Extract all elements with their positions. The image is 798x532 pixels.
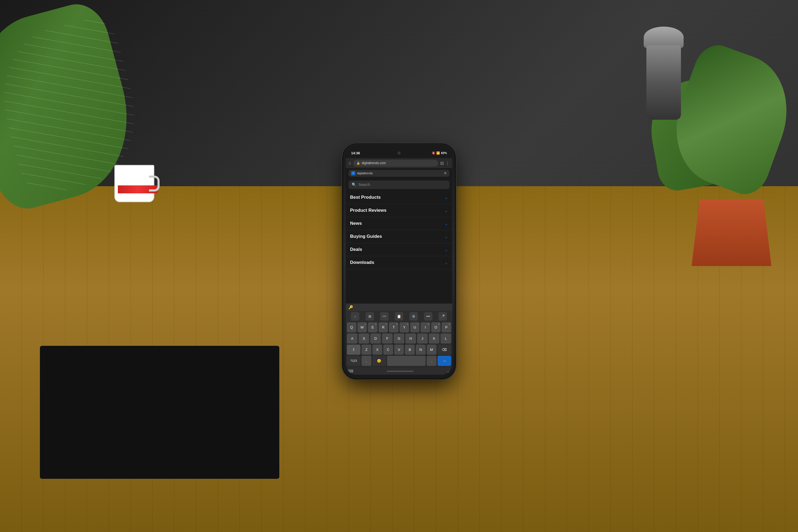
lock-icon: 🔒 [357, 162, 360, 165]
tab-title: digitaltrends [357, 172, 442, 175]
tabs-button[interactable]: ⊟ [440, 161, 444, 166]
key-p[interactable]: P0 [441, 322, 451, 332]
key-b[interactable]: B [405, 344, 415, 355]
key-o[interactable]: O9 [431, 322, 441, 332]
back-button[interactable]: ‹ [351, 312, 359, 321]
key-c[interactable]: C [383, 344, 393, 355]
tab-item[interactable]: + digitaltrends ✕ [348, 170, 450, 177]
menu-content: 🔍 Search Best Products ⌄ Product Reviews… [346, 178, 452, 304]
tab-close-button[interactable]: ✕ [444, 171, 447, 175]
keyboard-rows: Q W2 E3 R4 T5 Y6 U7 I8 O9 P0 A S [346, 322, 452, 367]
key-t[interactable]: T5 [389, 322, 398, 332]
menu-item-downloads[interactable]: Downloads ⌄ [346, 256, 452, 269]
keyboard-icon[interactable]: ⌨ [348, 369, 353, 373]
key-e[interactable]: E3 [368, 322, 377, 332]
kettle [639, 26, 691, 120]
phone-wrapper: 14:36 🔇 📶 83% ⌂ 🔒 digitaltrends.com ⊟ ⋮ [343, 144, 455, 378]
shift-key[interactable]: ⇧ [347, 344, 360, 355]
menu-item-label: Product Reviews [350, 208, 386, 213]
black-mat [40, 346, 279, 479]
cup-body [114, 165, 154, 202]
key-row-4: ?123 , 😊 . → [347, 356, 451, 366]
key-m[interactable]: M [427, 344, 437, 355]
chevron-icon: ⌄ [444, 234, 448, 239]
search-icon: 🔍 [352, 183, 356, 187]
period-key[interactable]: . [427, 356, 436, 366]
kettle-body [646, 45, 681, 120]
chevron-icon: ⌄ [444, 195, 448, 200]
gif-button[interactable]: GIF [380, 312, 388, 321]
send-key[interactable]: → [438, 356, 451, 366]
status-icons: 🔇 📶 83% [432, 151, 447, 155]
clipboard2-button[interactable]: 📋 [395, 312, 403, 321]
camera-dot [397, 151, 401, 155]
menu-item-label: Buying Guides [350, 234, 382, 239]
clipboard-button[interactable]: ⊞ [365, 312, 374, 321]
cup-handle [149, 175, 159, 191]
key-y[interactable]: Y6 [400, 322, 409, 332]
plant-left [0, 0, 159, 240]
menu-item-label: Deals [350, 247, 362, 252]
phone-device: 14:36 🔇 📶 83% ⌂ 🔒 digitaltrends.com ⊟ ⋮ [343, 144, 455, 378]
kettle-top [644, 26, 684, 48]
keyboard-action-row: ‹ ⊞ GIF 📋 ⚙ ••• 🎤 [346, 311, 452, 322]
more-button[interactable]: ⋮ [445, 161, 450, 166]
more-options-button[interactable]: ••• [424, 312, 433, 321]
phone-screen: 14:36 🔇 📶 83% ⌂ 🔒 digitaltrends.com ⊟ ⋮ [346, 148, 452, 375]
key-s[interactable]: S [359, 333, 369, 343]
key-n[interactable]: N [416, 344, 425, 355]
key-row-2: A S D F G H J K L [347, 333, 451, 343]
key-i[interactable]: I8 [421, 322, 430, 332]
home-icon[interactable]: ⌂ [348, 161, 351, 166]
key-g[interactable]: G [394, 333, 404, 343]
key-z[interactable]: Z [361, 344, 371, 355]
status-bar: 14:36 🔇 📶 83% [346, 148, 452, 158]
url-text: digitaltrends.com [362, 161, 386, 165]
menu-item-label: Downloads [350, 260, 374, 265]
space-key[interactable] [387, 356, 426, 366]
key-w[interactable]: W2 [358, 322, 367, 332]
key-x[interactable]: X [373, 344, 382, 355]
menu-item-deals[interactable]: Deals ⌄ [346, 243, 452, 256]
menu-item-product-reviews[interactable]: Product Reviews ⌄ [346, 204, 452, 217]
url-bar[interactable]: 🔒 digitaltrends.com [353, 159, 438, 167]
menu-item-best-products[interactable]: Best Products ⌄ [346, 191, 452, 204]
key-h[interactable]: H [405, 333, 416, 343]
keyboard-hide-button[interactable]: ⌄ [446, 368, 450, 374]
backspace-key[interactable]: ⌫ [438, 344, 451, 355]
key-v[interactable]: V [394, 344, 404, 355]
keyboard: 🔑 ‹ ⊞ GIF 📋 ⚙ ••• 🎤 Q W2 [346, 304, 452, 375]
home-indicator [387, 370, 413, 372]
mic-button[interactable]: 🎤 [438, 312, 447, 321]
key-u[interactable]: U7 [410, 322, 420, 332]
key-j[interactable]: J [417, 333, 428, 343]
battery-indicator: 83% [441, 151, 447, 155]
emoji-key[interactable]: 😊 [373, 356, 386, 366]
status-time: 14:36 [351, 151, 360, 155]
chevron-icon: ⌄ [444, 260, 448, 265]
key-f[interactable]: F [382, 333, 393, 343]
menu-item-news[interactable]: News ⌄ [346, 217, 452, 230]
keyboard-bottom-bar: ⌨ ⌄ [346, 367, 452, 375]
menu-search-bar[interactable]: 🔍 Search [348, 180, 450, 189]
menu-item-label: Best Products [350, 195, 381, 200]
menu-item-buying-guides[interactable]: Buying Guides ⌄ [346, 230, 452, 243]
chevron-icon: ⌄ [444, 221, 448, 226]
key-row-1: Q W2 E3 R4 T5 Y6 U7 I8 O9 P0 [347, 322, 451, 332]
search-placeholder-text: Search [358, 183, 370, 187]
menu-item-label: News [350, 221, 362, 226]
key-r[interactable]: R4 [379, 322, 388, 332]
key-icon: 🔑 [348, 305, 353, 309]
settings-button[interactable]: ⚙ [410, 312, 418, 321]
tab-favicon: + [351, 171, 355, 175]
plant-pot [691, 200, 772, 266]
symbols-key[interactable]: ?123 [347, 356, 360, 366]
key-d[interactable]: D [370, 333, 381, 343]
key-a[interactable]: A [347, 333, 358, 343]
comma-key[interactable]: , [361, 356, 371, 366]
key-l[interactable]: L [440, 333, 451, 343]
signal-icons: 🔇 📶 [432, 151, 440, 155]
key-k[interactable]: K [429, 333, 439, 343]
chevron-icon: ⌄ [444, 208, 448, 213]
key-q[interactable]: Q [347, 322, 357, 332]
